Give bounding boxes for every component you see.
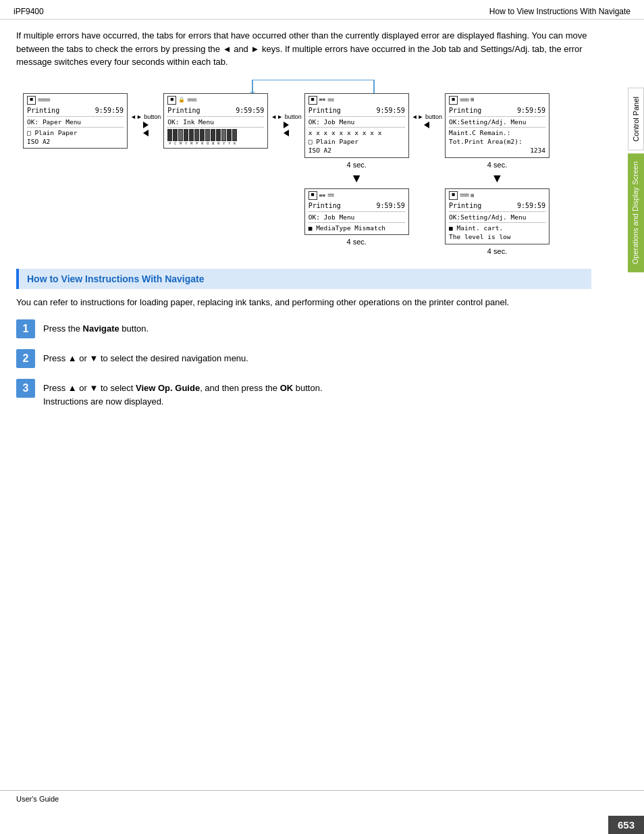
- arrow-left-icon-2: [284, 130, 289, 136]
- down-arrow-3: ▼: [350, 172, 363, 186]
- step-3-bold2: OK: [280, 383, 294, 393]
- page-number: 653: [608, 816, 644, 834]
- arrow-right-icon: [143, 122, 149, 128]
- sidebar-tab-ops: Operations and Display Screen: [628, 153, 644, 272]
- main-content: If multiple errors have occurred, the ta…: [0, 20, 608, 428]
- arrow-left-icon: [143, 130, 149, 136]
- lcd-icon4: ■: [449, 96, 458, 105]
- step-3-bold1: View Op. Guide: [136, 383, 200, 393]
- lcd-settings-line4: Tot.Print Area(m2):: [449, 137, 545, 146]
- sec4-label-3: 4 sec.: [347, 161, 367, 169]
- step-2-number: 2: [16, 349, 35, 368]
- screen-settings-col: ■ ≋≋≋ ⊞ Printing 9:59:59 OK:Setting/Adj.…: [445, 93, 549, 255]
- ink-bars: P C M Y: [167, 129, 264, 146]
- lcd-settings-error: ■ ≋≋≋ ⊞ Printing 9:59:59 OK:Setting/Adj.…: [445, 188, 549, 244]
- right-sidebar: Control Panel Operations and Display Scr…: [628, 88, 644, 272]
- lcd-settings-error-msg2: The level is low: [449, 232, 545, 241]
- lcd-settings-error-msg1: ■ Maint. cart.: [449, 224, 545, 232]
- arrow-btn-2: ◄► button: [271, 93, 301, 136]
- lcd-job-iso: ISO A2: [308, 146, 405, 155]
- lcd-icon3: ■: [308, 96, 317, 105]
- lcd-icon3b: ■: [308, 191, 317, 200]
- lcd-icon4b: ■: [449, 191, 458, 200]
- screen-job-col: ■ ≡≡ ≋≋ Printing 9:59:59 OK: Job Menu x …: [304, 93, 409, 246]
- lcd-job-error: ■ ≡≡ ≋≋ Printing 9:59:59 OK: Job Menu ■ …: [304, 188, 409, 236]
- arrow-btn-label-3: ◄► button: [412, 113, 442, 120]
- step-1-number: 1: [16, 319, 35, 338]
- screen-ink: ■ 🔒 ≋≋≋ Printing 9:59:59 OK: Ink Menu: [163, 93, 268, 149]
- page-header: iPF9400 How to View Instructions With Na…: [0, 0, 644, 20]
- lcd-status-row: Printing 9:59:59: [27, 106, 124, 115]
- lcd-settings-error-status: Printing 9:59:59: [449, 201, 545, 211]
- lcd-job-status: Printing 9:59:59: [308, 106, 405, 115]
- screens-row: ■ ≋≋≋≋ Printing 9:59:59 OK: Paper Menu □…: [23, 93, 585, 255]
- header-right: How to View Instructions With Navigate: [489, 7, 630, 16]
- lcd-paper: ■ ≋≋≋≋ Printing 9:59:59 OK: Paper Menu □…: [23, 93, 128, 149]
- down-arrow-4: ▼: [491, 172, 504, 186]
- lcd-settings: ■ ≋≋≋ ⊞ Printing 9:59:59 OK:Setting/Adj.…: [445, 93, 549, 158]
- lcd-settings-line3: Maint.C Remain.:: [449, 128, 545, 137]
- lcd-job-x: x x x x x x x x x x: [308, 128, 405, 137]
- svg-marker-3: [249, 92, 256, 93]
- lcd-job-error-msg: ■ MediaType Mismatch: [308, 224, 405, 232]
- lcd-job-paper: □ Plain Paper: [308, 137, 405, 146]
- lcd-settings-status: Printing 9:59:59: [449, 106, 545, 115]
- arrow-btn-label: ◄► button: [130, 113, 161, 120]
- lcd-icon2: ■: [167, 96, 176, 105]
- step-3-number: 3: [16, 379, 35, 398]
- footer-left: User's Guide: [16, 795, 59, 803]
- step-3: 3 Press ▲ or ▼ to select View Op. Guide,…: [16, 379, 591, 408]
- arrow-left-icon-3: [424, 122, 429, 128]
- arrow-btn-label-2: ◄► button: [271, 113, 301, 120]
- lcd-line4: ISO A2: [27, 137, 124, 146]
- lcd-ink-status: Printing 9:59:59: [167, 106, 264, 115]
- lcd-job-ok: OK: Job Menu: [308, 118, 405, 126]
- screen-paper: ■ ≋≋≋≋ Printing 9:59:59 OK: Paper Menu □…: [23, 93, 128, 149]
- header-left: iPF9400: [14, 7, 44, 16]
- section-description: You can refer to instructions for loadin…: [16, 296, 591, 309]
- arrow-btn-1: ◄► button: [130, 93, 161, 136]
- step-1: 1 Press the Navigate button.: [16, 319, 591, 338]
- sec4-label-3b: 4 sec.: [347, 238, 367, 246]
- section-title: How to View Instructions With Navigate: [27, 273, 205, 284]
- step-3-text: Press ▲ or ▼ to select View Op. Guide, a…: [43, 379, 323, 408]
- sidebar-tab-control: Control Panel: [628, 88, 644, 151]
- lcd-line3: □ Plain Paper: [27, 128, 124, 137]
- step-2: 2 Press ▲ or ▼ to select the desired nav…: [16, 349, 591, 368]
- lcd-ok-line: OK: Paper Menu: [27, 118, 124, 126]
- lcd-settings-error-ok: OK:Setting/Adj. Menu: [449, 213, 545, 221]
- sec4-label-4b: 4 sec.: [487, 247, 507, 255]
- lcd-job: ■ ≡≡ ≋≋ Printing 9:59:59 OK: Job Menu x …: [304, 93, 409, 158]
- diagram-area: ■ ≋≋≋≋ Printing 9:59:59 OK: Paper Menu □…: [16, 80, 591, 255]
- arrow-btn-3: ◄► button: [412, 93, 442, 128]
- lcd-ink-ok: OK: Ink Menu: [167, 118, 264, 126]
- step-1-text: Press the Navigate button.: [43, 319, 149, 336]
- section-header: How to View Instructions With Navigate: [16, 269, 591, 289]
- lcd-job-error-ok: OK: Job Menu: [308, 213, 405, 221]
- lcd-settings-ok: OK:Setting/Adj. Menu: [449, 118, 545, 126]
- step-1-bold: Navigate: [83, 323, 119, 334]
- lcd-ink: ■ 🔒 ≋≋≋ Printing 9:59:59 OK: Ink Menu: [163, 93, 268, 149]
- sec4-label-4: 4 sec.: [487, 161, 507, 169]
- lcd-icon1: ■: [27, 96, 36, 105]
- lcd-settings-val: 1234: [449, 146, 545, 155]
- step-2-text: Press ▲ or ▼ to select the desired navig…: [43, 349, 248, 365]
- lcd-job-error-status: Printing 9:59:59: [308, 201, 405, 211]
- page-footer: User's Guide: [0, 790, 644, 807]
- arrow-right-icon-2: [284, 122, 289, 128]
- intro-paragraph: If multiple errors have occurred, the ta…: [16, 29, 591, 69]
